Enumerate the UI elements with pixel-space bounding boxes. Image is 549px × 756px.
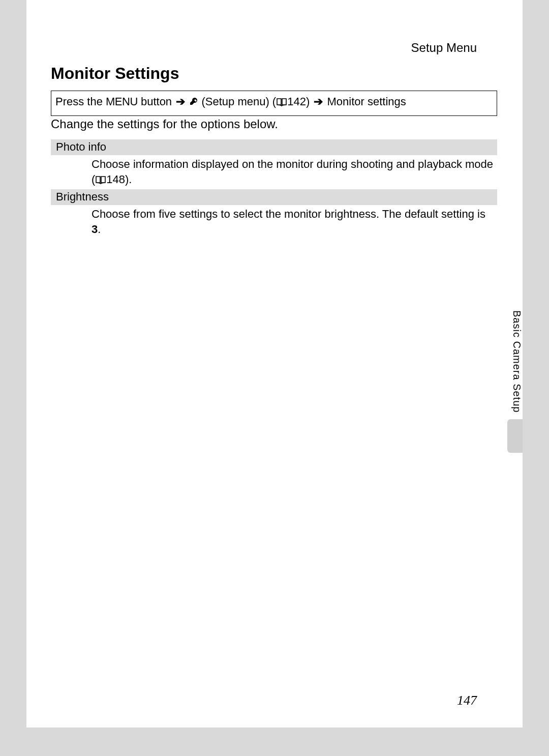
default-value: 3 bbox=[92, 223, 98, 236]
nav-text: (Setup menu) ( bbox=[198, 95, 276, 108]
manual-page: Setup Menu Monitor Settings Press the ME… bbox=[26, 0, 523, 728]
option-text: . bbox=[98, 223, 101, 236]
option-body-photo-info: Choose information displayed on the moni… bbox=[92, 157, 497, 188]
nav-text: Press the bbox=[55, 95, 106, 108]
page-number: 147 bbox=[457, 693, 477, 708]
side-tab: Basic Camera Setup bbox=[507, 309, 523, 453]
option-header-photo-info: Photo info bbox=[51, 139, 497, 155]
option-body-brightness: Choose from five settings to select the … bbox=[92, 207, 497, 237]
section-header: Setup Menu bbox=[411, 41, 477, 55]
intro-text: Change the settings for the options belo… bbox=[51, 117, 278, 131]
side-tab-thumb bbox=[507, 419, 523, 453]
option-text: Choose information displayed on the moni… bbox=[92, 158, 493, 186]
navigation-path-box: Press the MENU button ➔ (Setup menu) ( 1… bbox=[51, 91, 497, 116]
nav-text: button bbox=[138, 95, 175, 108]
book-icon bbox=[276, 96, 287, 111]
arrow-right-icon: ➔ bbox=[314, 94, 323, 110]
menu-button-label: MENU bbox=[106, 95, 138, 108]
wrench-icon bbox=[189, 96, 198, 111]
side-tab-label: Basic Camera Setup bbox=[507, 309, 523, 421]
book-icon bbox=[95, 173, 106, 189]
option-header-brightness: Brightness bbox=[51, 189, 497, 205]
page-title: Monitor Settings bbox=[51, 64, 179, 83]
arrow-right-icon: ➔ bbox=[176, 94, 185, 110]
nav-ref: 142) bbox=[287, 95, 313, 108]
option-text: Choose from five settings to select the … bbox=[92, 208, 485, 220]
nav-text: Monitor settings bbox=[324, 95, 406, 108]
option-ref: 148). bbox=[106, 173, 132, 186]
